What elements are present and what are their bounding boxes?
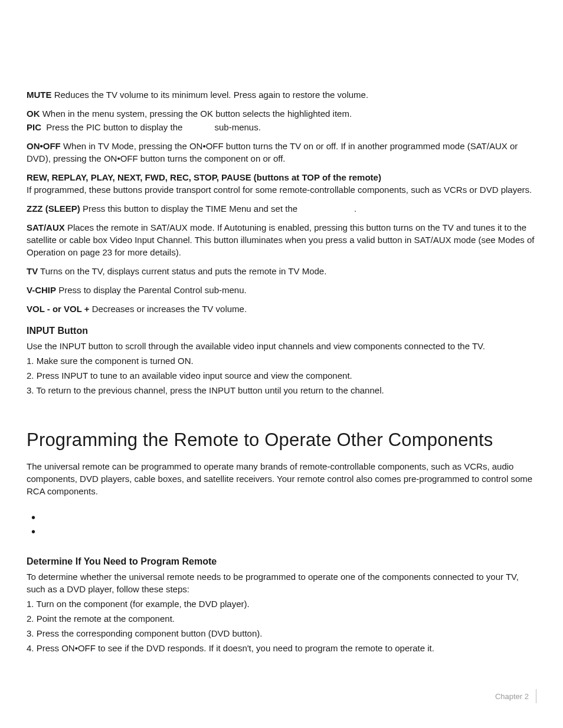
definition-text: Places the remote in SAT/AUX mode. If Au… <box>27 222 535 257</box>
bullet: • <box>27 510 536 524</box>
determine-step-2: 2. Point the remote at the component. <box>27 612 536 625</box>
programming-heading: Programming the Remote to Operate Other … <box>27 426 536 454</box>
definition-text: Reduces the TV volume to its minimum lev… <box>52 90 369 100</box>
term: V-CHIP <box>27 285 56 295</box>
bullet: • <box>27 524 536 539</box>
term: ON•OFF <box>27 141 61 151</box>
definition-vol: VOL - or VOL + Decreases or increases th… <box>27 303 536 315</box>
definition-transport: REW, REPLAY, PLAY, NEXT, FWD, REC, STOP,… <box>27 171 536 196</box>
manual-page: MUTE Reduces the TV volume to its minimu… <box>0 0 563 728</box>
definition-text: When in TV Mode, pressing the ON•OFF but… <box>27 141 518 163</box>
definition-text: Press the PIC button to display the sub-… <box>41 122 261 132</box>
term: OK <box>27 109 40 119</box>
definition-mute: MUTE Reduces the TV volume to its minimu… <box>27 88 536 101</box>
definition-ok: OK When in the menu system, pressing the… <box>27 107 536 120</box>
term: SAT/AUX <box>27 222 65 232</box>
definition-sleep: ZZZ (SLEEP) Press this button to display… <box>27 202 536 215</box>
definition-pic: PIC Press the PIC button to display the … <box>27 121 536 133</box>
definition-text: If programmed, these buttons provide tra… <box>27 185 532 195</box>
term: PIC <box>27 122 41 132</box>
definition-text: Press this button to display the TIME Me… <box>80 204 356 214</box>
definition-text: When in the menu system, pressing the OK… <box>40 109 352 119</box>
term: REW, REPLAY, PLAY, NEXT, FWD, REC, STOP,… <box>27 172 381 182</box>
term: TV <box>27 266 38 276</box>
determine-heading: Determine If You Need to Program Remote <box>27 556 536 567</box>
chapter-label: Chapter 2 <box>495 692 529 701</box>
input-step-1: 1. Make sure the component is turned ON. <box>27 355 536 367</box>
input-button-intro: Use the INPUT button to scroll through t… <box>27 340 536 352</box>
programming-intro: The universal remote can be programmed t… <box>27 460 536 497</box>
determine-step-1: 1. Turn on the component (for example, t… <box>27 598 536 610</box>
input-step-2: 2. Press INPUT to tune to an available v… <box>27 369 536 382</box>
term: MUTE <box>27 90 52 100</box>
definition-text: Decreases or increases the TV volume. <box>90 304 247 314</box>
definition-tv: TV Turns on the TV, displays current sta… <box>27 265 536 277</box>
input-button-heading: INPUT Button <box>27 326 536 336</box>
definition-text: Press to display the Parental Control su… <box>56 285 247 295</box>
determine-step-4: 4. Press ON•OFF to see if the DVD respon… <box>27 642 536 654</box>
input-step-3: 3. To return to the previous channel, pr… <box>27 384 536 396</box>
empty-bullets: • • <box>27 510 536 539</box>
definition-vchip: V-CHIP Press to display the Parental Con… <box>27 284 536 296</box>
term: VOL - or VOL + <box>27 304 90 314</box>
definition-text: Turns on the TV, displays current status… <box>38 266 326 276</box>
page-footer: Chapter 2 <box>495 689 536 703</box>
definition-onoff: ON•OFF When in TV Mode, pressing the ON•… <box>27 140 536 165</box>
determine-step-3: 3. Press the corresponding component but… <box>27 627 536 640</box>
definition-sataux: SAT/AUX Places the remote in SAT/AUX mod… <box>27 221 536 258</box>
determine-intro: To determine whether the universal remot… <box>27 570 536 595</box>
term: ZZZ (SLEEP) <box>27 204 80 214</box>
